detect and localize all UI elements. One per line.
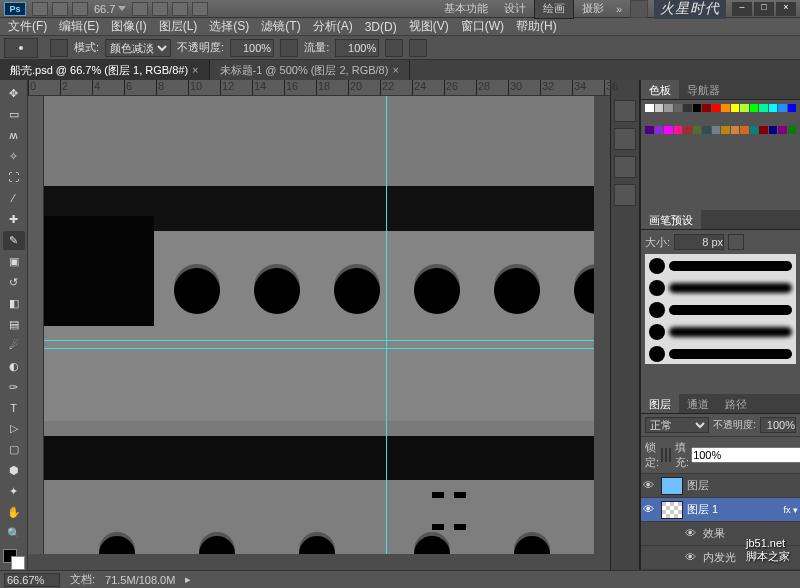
- info-panel-icon[interactable]: [614, 184, 636, 206]
- zoom-icon[interactable]: [152, 2, 168, 16]
- stamp-tool[interactable]: ▣: [3, 252, 25, 271]
- swatch[interactable]: [731, 126, 740, 134]
- swatch[interactable]: [645, 104, 654, 112]
- workspace-paint[interactable]: 绘画: [534, 0, 574, 19]
- scrollbar-vertical[interactable]: [594, 96, 610, 554]
- swatch[interactable]: [731, 104, 740, 112]
- visibility-icon[interactable]: 👁: [643, 503, 657, 517]
- scrollbar-horizontal[interactable]: [28, 554, 610, 570]
- tab-brush-presets[interactable]: 画笔预设: [641, 210, 701, 229]
- menu-file[interactable]: 文件(F): [8, 18, 47, 35]
- swatch[interactable]: [769, 104, 778, 112]
- swatch[interactable]: [655, 104, 664, 112]
- menu-select[interactable]: 选择(S): [209, 18, 249, 35]
- menu-help[interactable]: 帮助(H): [516, 18, 557, 35]
- lasso-tool[interactable]: ʍ: [3, 126, 25, 145]
- swatch[interactable]: [740, 104, 749, 112]
- menu-edit[interactable]: 编辑(E): [59, 18, 99, 35]
- swatch[interactable]: [778, 126, 787, 134]
- maximize-button[interactable]: □: [754, 2, 774, 16]
- eraser-tool[interactable]: ◧: [3, 294, 25, 313]
- hand-tool[interactable]: ✋: [3, 503, 25, 522]
- swatch[interactable]: [664, 104, 673, 112]
- swatch[interactable]: [702, 104, 711, 112]
- tab-paths[interactable]: 路径: [717, 394, 755, 413]
- menu-layer[interactable]: 图层(L): [159, 18, 198, 35]
- tab-channels[interactable]: 通道: [679, 394, 717, 413]
- swatch[interactable]: [683, 126, 692, 134]
- document-tab[interactable]: 船壳.psd @ 66.7% (图层 1, RGB/8#)×: [0, 60, 210, 80]
- swatch[interactable]: [750, 126, 759, 134]
- arrange-icon[interactable]: [72, 2, 88, 16]
- airbrush-icon[interactable]: [385, 39, 403, 57]
- heal-tool[interactable]: ✚: [3, 210, 25, 229]
- menu-filter[interactable]: 滤镜(T): [261, 18, 300, 35]
- brush-flip-icon[interactable]: [728, 234, 744, 250]
- guide-horizontal[interactable]: [44, 348, 594, 349]
- menu-analysis[interactable]: 分析(A): [313, 18, 353, 35]
- pressure-opacity-icon[interactable]: [280, 39, 298, 57]
- layer-fx-row[interactable]: 👁 效果: [641, 522, 800, 546]
- swatch[interactable]: [645, 126, 654, 134]
- layer-thumb[interactable]: [661, 477, 683, 495]
- visibility-icon[interactable]: 👁: [643, 479, 657, 493]
- blur-tool[interactable]: ☄: [3, 336, 25, 355]
- layer-blend-select[interactable]: 正常: [645, 417, 709, 433]
- bridge-icon[interactable]: [32, 2, 48, 16]
- brush-preset-picker[interactable]: [4, 38, 38, 58]
- swatch[interactable]: [693, 126, 702, 134]
- dodge-tool[interactable]: ◐: [3, 357, 25, 376]
- zoom-tool[interactable]: 🔍: [3, 524, 25, 543]
- opacity-input[interactable]: [230, 39, 274, 57]
- swatch[interactable]: [759, 104, 768, 112]
- status-zoom-input[interactable]: [4, 573, 60, 587]
- guide-horizontal[interactable]: [44, 340, 594, 341]
- workspace-photo[interactable]: 摄影: [574, 0, 612, 18]
- minibridge-panel-icon[interactable]: [614, 100, 636, 122]
- visibility-icon[interactable]: 👁: [685, 527, 699, 541]
- pen-tool[interactable]: ✑: [3, 378, 25, 397]
- color-panel-icon[interactable]: [614, 156, 636, 178]
- swatch[interactable]: [721, 104, 730, 112]
- swatch[interactable]: [750, 104, 759, 112]
- workspace-design[interactable]: 设计: [496, 0, 534, 18]
- history-panel-icon[interactable]: [614, 128, 636, 150]
- swatch[interactable]: [759, 126, 768, 134]
- close-icon[interactable]: ×: [192, 64, 198, 76]
- workspace-basic[interactable]: 基本功能: [436, 0, 496, 18]
- blend-mode-select[interactable]: 颜色减淡: [105, 39, 171, 57]
- document-tab[interactable]: 未标题-1 @ 500% (图层 2, RGB/8)×: [210, 60, 410, 80]
- swatch[interactable]: [674, 104, 683, 112]
- lock-pixels-icon[interactable]: [661, 448, 663, 462]
- layer-row[interactable]: 👁 图层 1 fx ▾: [641, 498, 800, 522]
- layer-name[interactable]: 图层: [687, 478, 709, 493]
- more-workspaces-icon[interactable]: »: [616, 3, 622, 15]
- swatch[interactable]: [769, 126, 778, 134]
- layer-opacity-input[interactable]: [760, 417, 796, 433]
- gradient-tool[interactable]: ▤: [3, 315, 25, 334]
- chevron-down-icon[interactable]: [118, 6, 126, 11]
- tab-navigator[interactable]: 导航器: [679, 80, 728, 99]
- swatch[interactable]: [693, 104, 702, 112]
- wand-tool[interactable]: ✧: [3, 147, 25, 166]
- close-icon[interactable]: ×: [392, 64, 398, 76]
- brush-tool[interactable]: ✎: [3, 231, 25, 250]
- menu-window[interactable]: 窗口(W): [461, 18, 504, 35]
- type-tool[interactable]: T: [3, 399, 25, 418]
- swatch[interactable]: [788, 104, 797, 112]
- cs-live-icon[interactable]: [630, 0, 648, 18]
- 3d-tool[interactable]: ⬢: [3, 461, 25, 480]
- crop-tool[interactable]: ⛶: [3, 168, 25, 187]
- zoom-display[interactable]: 66.7: [94, 3, 115, 15]
- ruler-horizontal[interactable]: 024681012141618202224262830323436: [28, 80, 610, 96]
- hand-icon[interactable]: [132, 2, 148, 16]
- flow-input[interactable]: [335, 39, 379, 57]
- screen-mode-icon[interactable]: [192, 2, 208, 16]
- brush-panel-toggle-icon[interactable]: [50, 39, 68, 57]
- rotate-view-icon[interactable]: [172, 2, 188, 16]
- fx-badge-icon[interactable]: fx ▾: [783, 505, 798, 515]
- brush-size-input[interactable]: [674, 234, 724, 250]
- lock-position-icon[interactable]: [665, 448, 667, 462]
- swatches-grid[interactable]: [641, 100, 800, 150]
- pressure-size-icon[interactable]: [409, 39, 427, 57]
